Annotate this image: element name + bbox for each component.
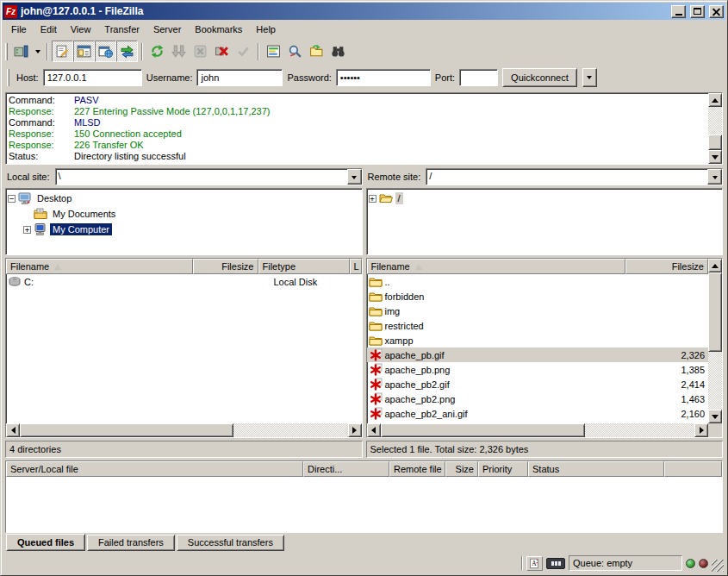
- scroll-right-button[interactable]: [694, 423, 708, 437]
- file-row[interactable]: restricted: [367, 318, 709, 333]
- file-row[interactable]: apache_pb.gif 2,326: [367, 347, 709, 362]
- host-input[interactable]: [43, 69, 142, 86]
- remote-vertical-scrollbar[interactable]: [708, 259, 722, 423]
- scroll-left-button[interactable]: [6, 423, 20, 437]
- file-row[interactable]: apache_pb.png 1,385: [367, 362, 709, 377]
- disconnect-button[interactable]: [211, 41, 233, 62]
- password-input[interactable]: [336, 69, 431, 86]
- scroll-right-button[interactable]: [348, 423, 362, 437]
- menu-item[interactable]: Transfer: [97, 22, 146, 37]
- arrow-up-icon: [712, 260, 719, 268]
- scroll-track[interactable]: [708, 107, 722, 135]
- remote-site-dropdown-button[interactable]: [707, 169, 722, 185]
- menu-item[interactable]: Edit: [34, 22, 64, 37]
- quickconnect-button[interactable]: Quickconnect: [502, 68, 577, 87]
- scroll-track[interactable]: [708, 352, 722, 410]
- queue-tab[interactable]: Failed transfers: [87, 535, 175, 551]
- tree-item[interactable]: My Documents: [8, 206, 360, 222]
- scroll-thumb[interactable]: [20, 423, 233, 437]
- column-header-filesize[interactable]: Filesize: [625, 259, 708, 274]
- remote-site-combobox[interactable]: /: [426, 168, 723, 185]
- arrow-left-icon: [368, 427, 376, 434]
- local-horizontal-scrollbar[interactable]: [6, 423, 362, 437]
- queue-column-header[interactable]: Status: [528, 461, 664, 477]
- queue-column-header[interactable]: Size: [445, 461, 478, 477]
- column-header-lastmodified[interactable]: L: [350, 259, 362, 274]
- queue-tab[interactable]: Queued files: [6, 534, 85, 551]
- file-row[interactable]: apache_pb2_ani.gif 2,160: [367, 406, 709, 421]
- refresh-button[interactable]: [146, 41, 168, 62]
- process-queue-button[interactable]: [168, 41, 190, 62]
- toggle-queue-button[interactable]: [116, 41, 138, 62]
- column-header-filetype[interactable]: Filetype: [258, 259, 350, 274]
- site-manager-dropdown-button[interactable]: [32, 41, 43, 62]
- close-button[interactable]: [709, 5, 724, 18]
- file-size: 1,385: [625, 365, 708, 375]
- menu-item[interactable]: File: [4, 22, 34, 37]
- resize-grip[interactable]: [712, 560, 724, 572]
- queue-tab[interactable]: Successful transfers: [177, 535, 284, 551]
- file-icon: [369, 319, 383, 333]
- menu-item[interactable]: Bookmarks: [188, 22, 249, 37]
- tree-item[interactable]: Desktop: [8, 191, 360, 206]
- log-line: Response: 226 Transfer OK: [9, 140, 706, 151]
- tree-item[interactable]: My Computer: [8, 222, 360, 237]
- expander-icon[interactable]: [8, 195, 16, 203]
- expander-icon[interactable]: [369, 195, 376, 203]
- directory-comparison-button[interactable]: [284, 41, 306, 62]
- username-input[interactable]: [196, 69, 283, 86]
- cancel-operation-button[interactable]: [190, 41, 211, 62]
- scroll-up-button[interactable]: [708, 259, 722, 272]
- local-site-combobox[interactable]: \: [55, 168, 363, 185]
- queue-column-header[interactable]: Remote file: [389, 461, 445, 477]
- scroll-down-button[interactable]: [708, 150, 722, 164]
- file-row[interactable]: C: Local Disk: [6, 274, 362, 289]
- file-row[interactable]: apache_pb2.png 1,463: [367, 391, 709, 406]
- minimize-button[interactable]: [671, 5, 686, 18]
- expander-icon[interactable]: [23, 226, 31, 234]
- log-scrollbar[interactable]: [708, 93, 722, 164]
- find-files-button[interactable]: [327, 41, 349, 62]
- reconnect-button[interactable]: [233, 41, 254, 62]
- file-row[interactable]: xampp: [367, 333, 709, 347]
- scroll-thumb[interactable]: [708, 272, 722, 352]
- menu-item[interactable]: Help: [249, 22, 283, 37]
- column-header-filename[interactable]: Filename: [6, 259, 193, 274]
- scroll-left-button[interactable]: [367, 423, 381, 437]
- synchronized-browsing-button[interactable]: [306, 41, 327, 62]
- menu-item[interactable]: View: [64, 22, 98, 37]
- queue-column-header[interactable]: Directi...: [303, 461, 389, 477]
- quickconnect-dropdown-button[interactable]: [582, 68, 597, 87]
- keypad-indicator-icon[interactable]: [546, 558, 565, 569]
- file-row[interactable]: ..: [367, 274, 709, 289]
- scroll-track[interactable]: [233, 423, 348, 437]
- toggle-remote-tree-button[interactable]: [95, 41, 116, 62]
- toggle-local-tree-button[interactable]: [73, 41, 95, 62]
- local-status-text: 4 directories: [5, 441, 363, 458]
- maximize-button[interactable]: [690, 5, 705, 18]
- file-row[interactable]: img: [367, 304, 709, 318]
- queue-column-header[interactable]: Server/Local file: [6, 461, 303, 477]
- scroll-down-button[interactable]: [708, 410, 722, 423]
- local-site-dropdown-button[interactable]: [347, 169, 362, 185]
- file-row[interactable]: forbidden: [367, 289, 709, 304]
- menu-item[interactable]: Server: [146, 22, 188, 37]
- site-manager-button[interactable]: [10, 41, 32, 62]
- column-header-filesize[interactable]: Filesize: [193, 259, 258, 274]
- disconnect-icon: [215, 44, 229, 59]
- scroll-thumb[interactable]: [708, 135, 722, 150]
- column-header-filename[interactable]: Filename: [367, 259, 626, 274]
- file-icon: [369, 275, 383, 289]
- file-row[interactable]: apache_pb2.gif 2,414: [367, 377, 709, 391]
- filter-button[interactable]: [263, 41, 284, 62]
- scroll-thumb[interactable]: [381, 423, 586, 437]
- ascii-transfer-type-icon[interactable]: A: [526, 556, 543, 571]
- filter-icon: [266, 44, 281, 59]
- port-input[interactable]: [459, 69, 498, 86]
- tree-item[interactable]: /: [369, 191, 721, 206]
- scroll-up-button[interactable]: [708, 93, 722, 107]
- scroll-track[interactable]: [585, 423, 694, 437]
- remote-horizontal-scrollbar[interactable]: [367, 423, 709, 437]
- queue-column-header[interactable]: Priority: [478, 461, 528, 477]
- toggle-message-log-button[interactable]: [52, 41, 73, 62]
